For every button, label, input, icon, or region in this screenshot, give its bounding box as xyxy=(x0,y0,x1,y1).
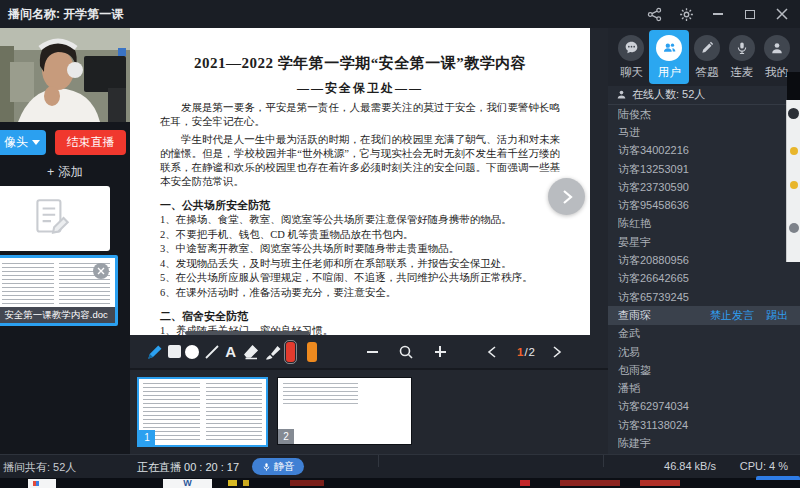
magnifier-icon xyxy=(398,344,414,360)
tab-label: 用户 xyxy=(658,65,681,80)
overlay-icon xyxy=(789,223,799,233)
mute-user-button[interactable]: 禁止发言 xyxy=(710,308,754,323)
square-icon xyxy=(168,345,181,358)
document-subtitle: ——安全保卫处—— xyxy=(160,80,560,97)
room-title: 播间名称: 开学第一课 xyxy=(8,6,123,23)
minus-icon xyxy=(367,351,378,353)
doc-thumbnail-selected[interactable]: 安全第一课教学内容.doc xyxy=(0,255,118,326)
user-row[interactable]: 访客20880956 xyxy=(608,251,800,269)
close-icon[interactable] xyxy=(93,263,109,279)
livestream-app-window: 播间名称: 开学第一课 xyxy=(0,0,800,488)
page-thumbnail-1[interactable]: 1 xyxy=(137,377,268,447)
chevron-right-icon xyxy=(552,346,562,358)
user-name: 马进 xyxy=(618,125,800,140)
page-thumbnail-2[interactable]: 2 xyxy=(277,377,412,445)
zoom-reset-button[interactable] xyxy=(391,339,421,365)
page-indicator: 1/2 xyxy=(517,346,536,358)
desktop-taskbar-sliver: W xyxy=(0,478,800,488)
user-row[interactable]: 访客26642665 xyxy=(608,270,800,288)
circle-tool-button[interactable] xyxy=(185,339,199,365)
tab-mic-connect[interactable]: 连麦 xyxy=(724,28,759,86)
mute-button-label: 静音 xyxy=(274,460,295,474)
sidebar-tabs: 聊天 用户 答题 连麦 xyxy=(608,28,800,86)
user-name: 沈易 xyxy=(618,345,800,360)
user-row[interactable]: 访客23730590 xyxy=(608,178,800,196)
doc-list-item: 2、不要把手机、钱包、CD 机等贵重物品放在书包内。 xyxy=(160,228,560,243)
color-swatch-orange[interactable] xyxy=(307,342,317,362)
status-bar: 播间共有: 52人 正在直播 00 : 20 : 17 静音 46.84 kB/… xyxy=(0,454,800,478)
camera-select-button[interactable]: 像头 xyxy=(0,130,46,155)
live-duration-label: 正在直播 00 : 20 : 17 xyxy=(137,460,239,475)
divider xyxy=(378,455,379,467)
user-row[interactable]: 访客62974034 xyxy=(608,398,800,416)
user-name: 金武 xyxy=(618,326,800,341)
user-row[interactable]: 金武 xyxy=(608,325,800,343)
close-button[interactable] xyxy=(774,6,790,22)
doc-list-item: 5、在公共场所应服从管理规定，不喧闹、不追逐，共同维护公共场所正常秩序。 xyxy=(160,271,560,286)
user-row[interactable]: 马进 xyxy=(608,123,800,141)
tab-chat[interactable]: 聊天 xyxy=(614,28,649,86)
text-icon: A xyxy=(225,343,236,360)
color-swatch-red[interactable] xyxy=(286,342,296,362)
user-row[interactable]: 包雨鋆 xyxy=(608,361,800,379)
tab-quiz[interactable]: 答题 xyxy=(689,28,724,86)
mute-button[interactable]: 静音 xyxy=(252,458,304,475)
user-row[interactable]: 访客95458636 xyxy=(608,196,800,214)
user-row[interactable]: 陈红艳 xyxy=(608,215,800,233)
user-name: 访客62974034 xyxy=(618,399,800,414)
user-name: 访客26642665 xyxy=(618,271,800,286)
user-row[interactable]: 陈建宇 xyxy=(608,434,800,452)
highlighter-tool-button[interactable] xyxy=(264,339,282,365)
maximize-button[interactable] xyxy=(742,6,758,22)
user-row[interactable]: 陆俊杰 xyxy=(608,105,800,123)
user-row[interactable]: 访客34002216 xyxy=(608,142,800,160)
zoom-out-button[interactable] xyxy=(357,339,387,365)
line-tool-button[interactable] xyxy=(204,339,220,365)
share-icon[interactable] xyxy=(646,6,662,22)
tab-users[interactable]: 用户 xyxy=(649,30,690,84)
eraser-tool-button[interactable] xyxy=(242,339,260,365)
doc-list-item: 6、在课外活动时，准备活动要充分，要注意安全。 xyxy=(160,286,560,301)
pen-icon xyxy=(144,342,163,361)
user-row[interactable]: 沈易 xyxy=(608,343,800,361)
cpu-usage-label: CPU: 4 % xyxy=(740,460,788,472)
whiteboard-card[interactable] xyxy=(0,186,110,251)
pen-tool-button[interactable] xyxy=(144,339,163,365)
zoom-in-button[interactable] xyxy=(425,339,455,365)
end-stream-button[interactable]: 结束直播 xyxy=(55,130,126,155)
users-icon xyxy=(656,35,682,61)
user-name: 晏星宇 xyxy=(618,235,800,250)
window-controls xyxy=(646,0,790,28)
text-tool-button[interactable]: A xyxy=(224,339,238,365)
minimize-button[interactable] xyxy=(710,6,726,22)
word-app-icon: W xyxy=(163,479,212,488)
document-paragraph: 发展是第一要务，平安是第一责任，人最需要关注的莫过于安全，我们要警钟长鸣在耳，安… xyxy=(160,101,560,129)
next-page-overlay-button[interactable] xyxy=(548,178,585,215)
page2-preview xyxy=(283,383,358,405)
page-number-badge: 1 xyxy=(139,430,155,445)
document-section1-list: 1、在操场、食堂、教室、阅览室等公共场所要注意保管好随身携带的物品。2、不要把手… xyxy=(160,213,560,300)
circle-icon xyxy=(185,345,199,359)
chevron-left-icon xyxy=(487,346,497,358)
user-row[interactable]: 潘韬 xyxy=(608,379,800,397)
person-icon xyxy=(616,89,627,100)
user-row[interactable]: 访客13253091 xyxy=(608,160,800,178)
chat-bubble-icon xyxy=(618,35,644,61)
user-row[interactable]: 查雨琛禁止发言踢出 xyxy=(608,306,800,324)
kick-user-button[interactable]: 踢出 xyxy=(766,308,788,323)
pencil-icon xyxy=(694,35,720,61)
overlay-icon xyxy=(790,147,798,155)
next-page-button[interactable] xyxy=(542,339,572,365)
taskbar-app-icon xyxy=(28,479,56,488)
user-row[interactable]: 访客65739245 xyxy=(608,288,800,306)
microphone-icon xyxy=(262,462,271,472)
user-row[interactable]: 晏星宇 xyxy=(608,233,800,251)
add-content-button[interactable]: + 添加 xyxy=(0,164,130,181)
overlay-icon xyxy=(790,181,798,189)
rectangle-tool-button[interactable] xyxy=(167,339,181,365)
page-navigation: 1/2 xyxy=(477,339,576,365)
gear-icon[interactable] xyxy=(678,6,694,22)
user-name: 访客20880956 xyxy=(618,253,800,268)
user-row[interactable]: 访客31138024 xyxy=(608,416,800,434)
prev-page-button[interactable] xyxy=(477,339,507,365)
